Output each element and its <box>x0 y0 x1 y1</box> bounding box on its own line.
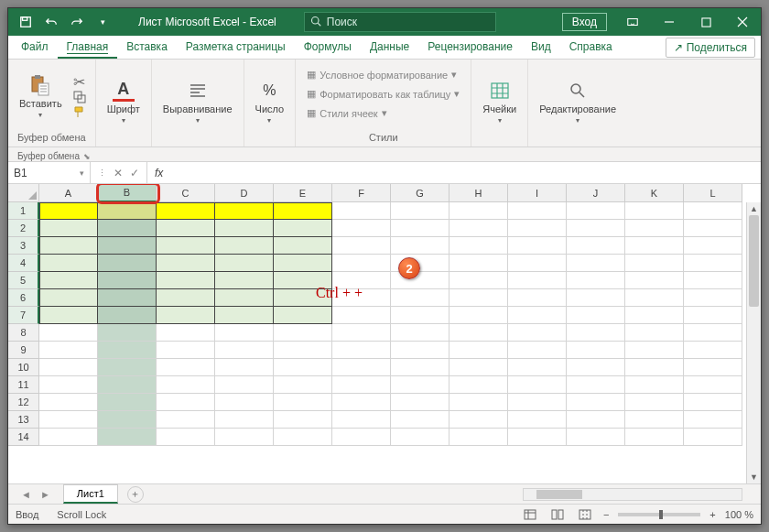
cell-B2[interactable] <box>98 220 157 237</box>
cell-B14[interactable] <box>98 429 157 446</box>
row-header-11[interactable]: 11 <box>8 376 39 394</box>
cell-C11[interactable] <box>157 376 215 394</box>
cell-C10[interactable] <box>157 359 215 376</box>
cell-J7[interactable] <box>567 307 625 324</box>
row-header-3[interactable]: 3 <box>8 237 39 255</box>
cell-L12[interactable] <box>684 394 742 411</box>
cell-J5[interactable] <box>567 272 625 289</box>
cell-I5[interactable] <box>508 272 567 289</box>
horizontal-scrollbar[interactable] <box>523 488 742 501</box>
format-as-table-button[interactable]: ▦Форматировать как таблицу ▾ <box>303 86 463 102</box>
cell-L4[interactable] <box>684 255 742 272</box>
cell-J3[interactable] <box>567 237 625 255</box>
cell-E14[interactable] <box>274 429 332 446</box>
cell-F2[interactable] <box>332 220 391 237</box>
cell-H4[interactable] <box>449 255 508 272</box>
cells-button[interactable]: Ячейки ▾ <box>479 78 520 126</box>
cell-K7[interactable] <box>625 307 684 324</box>
sheet-tab-active[interactable]: Лист1 <box>63 484 118 504</box>
cell-D10[interactable] <box>215 359 274 376</box>
cell-D4[interactable] <box>215 255 274 272</box>
cell-D8[interactable] <box>215 324 274 342</box>
cell-G11[interactable] <box>391 376 449 394</box>
cell-H12[interactable] <box>449 394 508 411</box>
cell-D3[interactable] <box>215 237 274 255</box>
row-header-13[interactable]: 13 <box>8 411 39 429</box>
cell-K8[interactable] <box>625 324 684 342</box>
cell-G12[interactable] <box>391 394 449 411</box>
column-header-K[interactable]: K <box>625 184 684 202</box>
cell-I1[interactable] <box>508 202 567 220</box>
sheet-nav-prev-icon[interactable]: ◄ <box>21 489 31 500</box>
column-header-F[interactable]: F <box>332 184 391 202</box>
tab-formulas[interactable]: Формулы <box>295 36 361 59</box>
number-button[interactable]: % Число ▾ <box>252 78 288 126</box>
name-box[interactable]: B1 ▾ <box>8 162 91 183</box>
format-painter-icon[interactable] <box>71 105 88 118</box>
column-header-C[interactable]: C <box>157 184 215 202</box>
cell-I3[interactable] <box>508 237 567 255</box>
cell-H10[interactable] <box>449 359 508 376</box>
column-header-I[interactable]: I <box>508 184 567 202</box>
cell-B1[interactable] <box>98 202 157 220</box>
save-icon[interactable] <box>16 12 36 32</box>
cell-H9[interactable] <box>449 342 508 359</box>
cell-I9[interactable] <box>508 342 567 359</box>
cell-F11[interactable] <box>332 376 391 394</box>
formula-dropdown-icon[interactable]: ⋮ <box>98 168 106 178</box>
minimize-icon[interactable] <box>651 8 688 36</box>
copy-icon[interactable] <box>71 91 88 103</box>
cell-B13[interactable] <box>98 411 157 429</box>
redo-icon[interactable] <box>67 12 87 32</box>
cancel-icon[interactable]: ✕ <box>114 167 123 179</box>
undo-icon[interactable] <box>41 12 61 32</box>
cell-B6[interactable] <box>98 289 157 307</box>
zoom-level[interactable]: 100 % <box>725 509 753 520</box>
cell-E7[interactable] <box>274 307 332 324</box>
tab-data[interactable]: Данные <box>361 36 418 59</box>
cell-L11[interactable] <box>684 376 742 394</box>
cell-I6[interactable] <box>508 289 567 307</box>
horizontal-scroll-thumb[interactable] <box>536 490 582 499</box>
scroll-up-icon[interactable]: ▲ <box>747 202 761 215</box>
cell-D6[interactable] <box>215 289 274 307</box>
cell-B8[interactable] <box>98 324 157 342</box>
cell-C13[interactable] <box>157 411 215 429</box>
editing-button[interactable]: Редактирование ▾ <box>536 78 620 126</box>
cell-F12[interactable] <box>332 394 391 411</box>
cell-C2[interactable] <box>157 220 215 237</box>
cell-J8[interactable] <box>567 324 625 342</box>
cell-E4[interactable] <box>274 255 332 272</box>
cell-K14[interactable] <box>625 429 684 446</box>
cell-K5[interactable] <box>625 272 684 289</box>
column-header-G[interactable]: G <box>391 184 449 202</box>
cell-L8[interactable] <box>684 324 742 342</box>
cell-I14[interactable] <box>508 429 567 446</box>
fx-icon[interactable]: fx <box>147 162 170 183</box>
row-header-9[interactable]: 9 <box>8 342 39 359</box>
qat-dropdown-icon[interactable]: ▾ <box>92 12 113 32</box>
cell-F3[interactable] <box>332 237 391 255</box>
alignment-button[interactable]: Выравнивание ▾ <box>159 78 236 126</box>
row-header-12[interactable]: 12 <box>8 394 39 411</box>
cell-B10[interactable] <box>98 359 157 376</box>
zoom-out-icon[interactable]: − <box>603 509 609 520</box>
close-icon[interactable] <box>724 8 761 36</box>
new-sheet-button[interactable]: ＋ <box>127 486 144 503</box>
column-header-E[interactable]: E <box>274 184 332 202</box>
cell-G8[interactable] <box>391 324 449 342</box>
cell-styles-button[interactable]: ▦Стили ячеек ▾ <box>303 105 390 121</box>
cell-L9[interactable] <box>684 342 742 359</box>
cell-G14[interactable] <box>391 429 449 446</box>
cell-K13[interactable] <box>625 411 684 429</box>
view-page-break-icon[interactable] <box>576 507 594 522</box>
cell-C6[interactable] <box>157 289 215 307</box>
row-header-4[interactable]: 4 <box>8 255 39 272</box>
cell-F14[interactable] <box>332 429 391 446</box>
cell-I7[interactable] <box>508 307 567 324</box>
cell-I12[interactable] <box>508 394 567 411</box>
cell-I4[interactable] <box>508 255 567 272</box>
cell-E11[interactable] <box>274 376 332 394</box>
cell-E2[interactable] <box>274 220 332 237</box>
cell-L3[interactable] <box>684 237 742 255</box>
